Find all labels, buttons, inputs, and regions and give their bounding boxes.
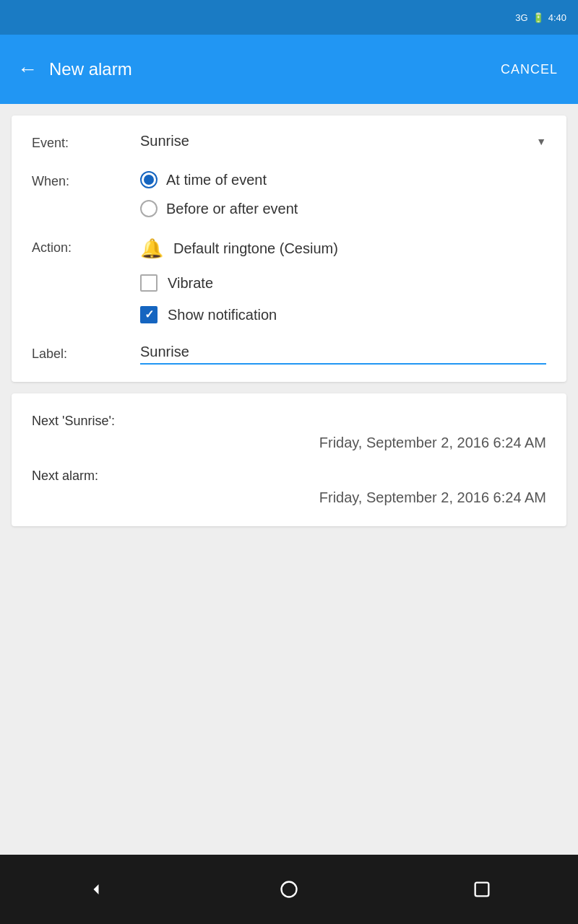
home-nav-icon bbox=[279, 879, 299, 899]
svg-marker-0 bbox=[94, 884, 99, 894]
notification-label: Show notification bbox=[168, 307, 277, 323]
radio-at-time-label: At time of event bbox=[166, 172, 267, 188]
label-row: Label: bbox=[32, 344, 546, 365]
action-options: 🔔 Default ringtone (Cesium) Vibrate ✓ Sh… bbox=[140, 237, 546, 323]
action-row: Action: 🔔 Default ringtone (Cesium) Vibr… bbox=[32, 237, 546, 323]
svg-point-1 bbox=[281, 882, 296, 897]
vibrate-item[interactable]: Vibrate bbox=[140, 274, 546, 292]
label-input-wrapper bbox=[140, 344, 546, 365]
ringtone-label: Default ringtone (Cesium) bbox=[173, 240, 338, 257]
bell-icon: 🔔 bbox=[140, 237, 163, 260]
main-content: Event: Sunrise ▼ When: At time of event bbox=[0, 104, 578, 855]
radio-before-after-label: Before or after event bbox=[166, 201, 298, 217]
status-bar: 3G 🔋 4:40 bbox=[0, 0, 578, 35]
recents-nav-icon bbox=[472, 879, 492, 899]
back-button[interactable]: ← bbox=[12, 52, 43, 87]
radio-before-after-circle bbox=[140, 200, 158, 217]
event-selected-value: Sunrise bbox=[140, 133, 530, 149]
app-bar: ← New alarm CANCEL bbox=[0, 35, 578, 104]
event-dropdown[interactable]: Sunrise ▼ bbox=[140, 133, 546, 149]
event-label: Event: bbox=[32, 133, 140, 151]
radio-at-time[interactable]: At time of event bbox=[140, 171, 546, 188]
notification-item[interactable]: ✓ Show notification bbox=[140, 306, 546, 323]
recents-nav-button[interactable] bbox=[454, 871, 509, 908]
back-nav-button[interactable] bbox=[69, 871, 124, 908]
radio-at-time-inner bbox=[144, 175, 154, 185]
vibrate-checkbox[interactable] bbox=[140, 274, 158, 292]
notification-checkbox[interactable]: ✓ bbox=[140, 306, 158, 323]
time-display: 4:40 bbox=[548, 12, 566, 23]
when-options: At time of event Before or after event bbox=[140, 171, 546, 217]
signal-icon: 3G bbox=[515, 12, 527, 23]
when-row: When: At time of event Before or after e… bbox=[32, 171, 546, 217]
page-title: New alarm bbox=[49, 59, 492, 79]
next-sunrise-row: Next 'Sunrise': Friday, September 2, 201… bbox=[32, 414, 546, 451]
home-nav-button[interactable] bbox=[262, 871, 316, 908]
label-input[interactable] bbox=[140, 344, 546, 360]
radio-before-after[interactable]: Before or after event bbox=[140, 200, 546, 217]
info-card: Next 'Sunrise': Friday, September 2, 201… bbox=[12, 393, 566, 526]
bottom-nav bbox=[0, 855, 578, 924]
event-row: Event: Sunrise ▼ bbox=[32, 133, 546, 151]
dropdown-arrow-icon: ▼ bbox=[536, 136, 546, 147]
next-alarm-row: Next alarm: Friday, September 2, 2016 6:… bbox=[32, 468, 546, 506]
battery-icon: 🔋 bbox=[532, 12, 544, 23]
event-value-wrapper[interactable]: Sunrise ▼ bbox=[140, 133, 546, 149]
status-icons: 3G 🔋 4:40 bbox=[515, 12, 566, 23]
back-nav-icon bbox=[86, 879, 106, 899]
next-alarm-label: Next alarm: bbox=[32, 468, 546, 484]
next-alarm-value: Friday, September 2, 2016 6:24 AM bbox=[32, 489, 546, 506]
next-sunrise-value: Friday, September 2, 2016 6:24 AM bbox=[32, 435, 546, 451]
svg-rect-2 bbox=[475, 883, 488, 897]
when-label: When: bbox=[32, 171, 140, 189]
label-field-label: Label: bbox=[32, 344, 140, 362]
form-card: Event: Sunrise ▼ When: At time of event bbox=[12, 116, 566, 382]
vibrate-label: Vibrate bbox=[168, 275, 213, 292]
cancel-button[interactable]: CANCEL bbox=[492, 56, 566, 83]
action-label: Action: bbox=[32, 237, 140, 256]
checkmark-icon: ✓ bbox=[144, 309, 154, 321]
radio-at-time-circle bbox=[140, 171, 158, 188]
ringtone-item[interactable]: 🔔 Default ringtone (Cesium) bbox=[140, 237, 546, 260]
next-sunrise-label: Next 'Sunrise': bbox=[32, 414, 546, 429]
